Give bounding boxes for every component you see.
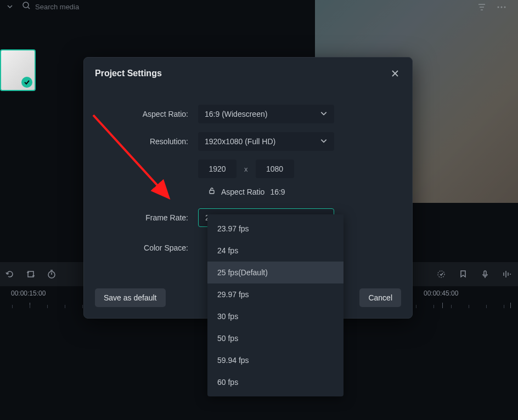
chevron-down-icon [320,110,328,119]
cancel-button[interactable]: Cancel [359,288,401,307]
marker-icon[interactable] [436,269,447,280]
search-placeholder: Search media [35,3,79,11]
framerate-option[interactable]: 24 fps [207,240,344,262]
search-media[interactable]: Search media [22,1,79,12]
framerate-option[interactable]: 30 fps [207,305,344,327]
width-input[interactable]: 1920 [198,160,237,178]
dropdown-chevron[interactable] [4,1,15,12]
aspect-ratio-select[interactable]: 16:9 (Widescreen) [198,105,334,123]
close-button[interactable] [389,67,401,80]
framerate-option[interactable]: 59.94 fps [207,349,344,371]
chevron-down-icon [320,137,328,146]
framerate-option[interactable]: 23.97 fps [207,218,344,240]
aspect-ratio-label: Aspect Ratio: [95,110,198,118]
svg-point-11 [438,271,444,277]
x-separator: x [244,165,248,173]
framerate-option[interactable]: 60 fps [207,371,344,393]
tag-icon[interactable] [458,269,469,280]
resolution-value: 1920x1080 (Full HD) [205,137,275,146]
audio-icon[interactable] [502,269,513,280]
time-label: 00:00:45:00 [424,290,458,297]
svg-rect-19 [210,190,214,194]
resolution-label: Resolution: [95,137,198,146]
aspect-ratio-value: 16:9 (Widescreen) [205,110,267,118]
time-label: 00:00:15:00 [11,290,46,297]
lock-icon[interactable] [208,187,216,196]
lock-aspect-ratio-label: Aspect Ratio [221,188,264,196]
mic-icon[interactable] [480,269,491,280]
resolution-select[interactable]: 1920x1080 (Full HD) [198,132,334,151]
save-default-button[interactable]: Save as default [95,288,166,307]
height-input[interactable]: 1080 [256,160,294,178]
svg-point-0 [23,2,29,8]
media-thumbnail[interactable] [0,49,36,91]
search-icon [22,1,31,12]
framerate-option[interactable]: 25 fps(Default) [207,262,344,283]
undo-icon[interactable] [4,269,15,280]
timer-icon[interactable] [46,269,57,280]
dialog-title: Project Settings [95,69,162,78]
colorspace-label: Color Space: [95,243,198,252]
framerate-dropdown: 23.97 fps24 fps25 fps(Default)29.97 fps3… [207,214,344,396]
framerate-option[interactable]: 29.97 fps [207,283,344,305]
svg-rect-12 [484,271,486,275]
checkmark-icon [21,77,32,88]
framerate-option[interactable]: 50 fps [207,327,344,349]
svg-line-1 [28,7,30,9]
crop-icon[interactable] [25,269,36,280]
framerate-label: Frame Rate: [95,213,198,222]
lock-aspect-ratio-value: 16:9 [270,188,285,196]
